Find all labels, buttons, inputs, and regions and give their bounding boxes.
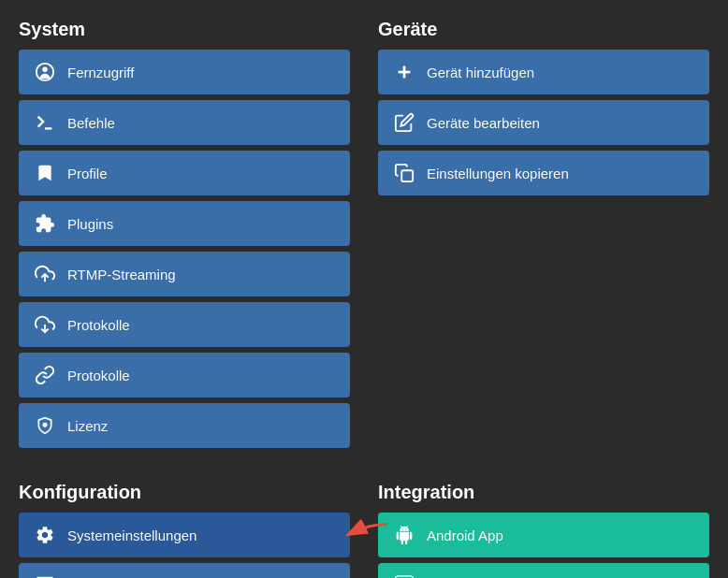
sidebar-item-edit-devices[interactable]: Geräte bearbeiten — [378, 100, 709, 145]
upload-icon — [32, 572, 58, 578]
protokolle1-label: Protokolle — [67, 317, 130, 333]
copy-settings-label: Einstellungen kopieren — [427, 166, 569, 181]
link-icon — [32, 362, 58, 388]
protokolle2-label: Protokolle — [67, 368, 130, 383]
sidebar-item-fernzugriff[interactable]: Fernzugriff — [19, 50, 350, 94]
plugins-label: Plugins — [67, 216, 113, 232]
puzzle-icon — [32, 210, 58, 237]
download-icon — [32, 311, 58, 338]
edit-devices-label: Geräte bearbeiten — [427, 115, 540, 131]
sidebar-item-plugins[interactable]: Plugins — [19, 201, 350, 246]
befehle-label: Befehle — [67, 115, 115, 131]
shield-icon — [32, 412, 58, 439]
plus-icon — [391, 59, 417, 85]
konfiguration-title: Konfiguration — [19, 482, 350, 503]
lizenz-label: Lizenz — [67, 418, 108, 434]
sidebar-item-lizenz[interactable]: Lizenz — [19, 403, 350, 448]
android-label: Android App — [427, 527, 503, 543]
sidebar-item-protokolle2[interactable]: Protokolle — [19, 353, 350, 397]
sidebar-item-android[interactable]: Android App — [378, 513, 709, 557]
svg-rect-8 — [401, 170, 413, 181]
integration-title: Integration — [378, 482, 709, 503]
profile-label: Profile — [67, 166, 108, 181]
upload-cloud-icon — [32, 261, 58, 287]
terminal-icon — [32, 109, 58, 136]
geraete-title: Geräte — [378, 19, 709, 40]
fernzugriff-label: Fernzugriff — [67, 65, 134, 80]
ios-icon: A — [391, 572, 417, 578]
svg-point-5 — [43, 423, 48, 427]
sidebar-item-systemeinstellungen[interactable]: Systemeinstellungen — [19, 513, 350, 557]
android-icon — [391, 522, 417, 548]
sidebar-item-add-device[interactable]: Gerät hinzufügen — [378, 50, 709, 94]
system-title: System — [19, 19, 350, 40]
integration-section: Integration Android App A IOS App — [378, 482, 709, 578]
svg-point-1 — [42, 67, 48, 73]
konfiguration-section: Konfiguration Systemeinstellungen — [19, 482, 350, 578]
copy-icon — [391, 160, 417, 186]
edit-icon — [391, 109, 417, 136]
systemeinstellungen-label: Systemeinstellungen — [67, 527, 197, 543]
sidebar-item-ios[interactable]: A IOS App — [378, 563, 709, 578]
add-device-label: Gerät hinzufügen — [427, 65, 534, 80]
sidebar-item-protokolle1[interactable]: Protokolle — [19, 302, 350, 347]
bookmark-icon — [32, 160, 58, 186]
geraete-section: Geräte Gerät hinzufügen Geräte bearbeite… — [378, 19, 709, 454]
person-circle-icon — [32, 59, 58, 85]
rtmp-label: RTMP-Streaming — [67, 267, 176, 282]
sidebar-item-rtmp[interactable]: RTMP-Streaming — [19, 252, 350, 296]
sidebar-item-profile[interactable]: Profile — [19, 151, 350, 195]
sidebar-item-copy-settings[interactable]: Einstellungen kopieren — [378, 151, 709, 195]
sidebar-item-datei-upload[interactable]: Datei-Upload — [19, 563, 350, 578]
system-section: System Fernzugriff Befehle — [19, 19, 350, 454]
gear-icon — [32, 522, 58, 548]
sidebar-item-befehle[interactable]: Befehle — [19, 100, 350, 145]
